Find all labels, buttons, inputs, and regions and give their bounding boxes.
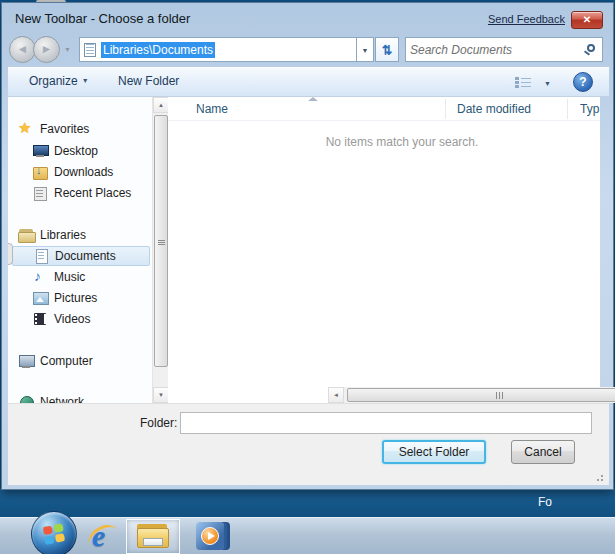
column-header-type[interactable]: Typ (580, 102, 599, 116)
sidebar-item-pictures[interactable]: Pictures (12, 288, 150, 308)
cancel-button[interactable]: Cancel (511, 440, 575, 464)
folder-name-input[interactable] (180, 412, 592, 434)
desktop: { "window": { "title": "New Toolbar - Ch… (0, 0, 615, 554)
folder-field-label: Folder: (140, 416, 177, 430)
explorer-body: Favorites Desktop Downloads Recent Place… (8, 97, 600, 403)
start-button[interactable] (31, 511, 77, 554)
scrollbar-grip (158, 240, 165, 241)
pictures-icon (32, 290, 49, 306)
view-dropdown-icon[interactable]: ▼ (544, 80, 551, 87)
sidebar-item-downloads[interactable]: Downloads (12, 162, 150, 182)
address-dropdown-button[interactable]: ▼ (357, 37, 374, 62)
column-header-date-modified[interactable]: Date modified (457, 102, 531, 116)
recent-pages-chevron-icon[interactable]: ▼ (64, 46, 71, 53)
list-horizontal-scrollbar[interactable]: ◄ ► (328, 387, 615, 403)
search-input[interactable] (410, 39, 578, 60)
title-bar[interactable]: New Toolbar - Choose a folder Send Feedb… (2, 3, 613, 33)
dialog-footer: Folder: Select Folder Cancel (8, 403, 609, 485)
documents-icon (33, 248, 50, 264)
help-button[interactable]: ? (573, 72, 593, 92)
search-box (405, 37, 603, 62)
close-button[interactable]: ✕ (571, 11, 603, 29)
music-note-icon (32, 269, 49, 285)
send-feedback-link[interactable]: Send Feedback (488, 13, 565, 25)
play-icon (208, 532, 215, 540)
refresh-icon: ⇄ (375, 45, 399, 56)
sidebar-item-recent-places[interactable]: Recent Places (12, 183, 150, 203)
horizontal-scrollbar-thumb[interactable] (347, 388, 615, 402)
sidebar-item-videos[interactable]: Videos (12, 309, 150, 329)
internet-explorer-taskbar-icon[interactable]: e (88, 521, 122, 553)
scroll-left-button[interactable]: ◄ (328, 387, 344, 403)
scrollbar-grip (496, 392, 497, 399)
window-title: New Toolbar - Choose a folder (15, 11, 190, 26)
select-folder-button[interactable]: Select Folder (382, 440, 486, 464)
navigation-pane: Favorites Desktop Downloads Recent Place… (8, 97, 152, 403)
forward-button[interactable]: ► (33, 36, 60, 63)
scroll-down-button[interactable]: ▼ (153, 387, 169, 403)
resize-grip[interactable] (593, 471, 603, 481)
choose-folder-dialog: New Toolbar - Choose a folder Send Feedb… (1, 2, 614, 490)
favorites-star-icon (18, 121, 35, 137)
windows-flag-icon (43, 523, 66, 546)
address-bar[interactable]: Libraries\Documents (79, 37, 357, 62)
downloads-icon (32, 164, 49, 180)
sidebar-item-favorites[interactable]: Favorites (12, 119, 150, 139)
taskbar: e (0, 517, 615, 554)
new-folder-button[interactable]: New Folder (118, 74, 179, 88)
details-view-icon (515, 77, 519, 80)
back-arrow-icon: ◄ (10, 42, 35, 56)
navigation-bar: ◄ ► ▼ Libraries\Documents ▼ ⇄ (2, 33, 613, 67)
command-toolbar: Organize▼ New Folder ▼ ? (8, 67, 609, 97)
sidebar-item-documents[interactable]: Documents (12, 246, 150, 266)
sidebar-item-libraries[interactable]: Libraries (12, 225, 150, 245)
sidebar-item-desktop[interactable]: Desktop (12, 141, 150, 161)
sidebar-vertical-scrollbar[interactable]: ▲ ▼ (152, 97, 168, 403)
column-divider[interactable] (445, 99, 446, 119)
windows-explorer-taskbar-icon[interactable] (137, 524, 169, 549)
back-button[interactable]: ◄ (9, 36, 36, 63)
ie-e-icon: e (92, 519, 105, 553)
organize-menu-button[interactable]: Organize▼ (29, 74, 89, 88)
media-player-taskbar-icon[interactable] (196, 522, 224, 550)
desktop-background: Fo (0, 488, 615, 517)
pane-splitter-handle[interactable] (8, 243, 13, 265)
sort-ascending-icon (308, 97, 318, 101)
videos-icon (32, 311, 49, 327)
desktop-icon (32, 143, 49, 159)
vertical-scrollbar-thumb[interactable] (154, 115, 168, 367)
libraries-icon (18, 227, 35, 243)
change-view-button[interactable] (515, 76, 531, 89)
recent-places-icon (32, 185, 49, 201)
empty-results-message: No items match your search. (168, 135, 600, 149)
scroll-up-button[interactable]: ▲ (153, 97, 169, 113)
network-icon (18, 394, 35, 403)
computer-icon (18, 353, 35, 369)
sidebar-item-computer[interactable]: Computer (12, 351, 150, 371)
forward-arrow-icon: ► (34, 42, 59, 56)
chevron-down-icon: ▼ (82, 77, 89, 84)
column-divider[interactable] (567, 99, 568, 119)
address-location-icon (84, 43, 96, 57)
refresh-button[interactable]: ⇄ (375, 37, 399, 62)
folder-paper-icon (143, 538, 163, 546)
address-text-selected[interactable]: Libraries\Documents (101, 42, 215, 58)
sidebar-item-network[interactable]: Network (12, 392, 150, 403)
column-header-name[interactable]: Name (196, 102, 228, 116)
search-icon (587, 44, 595, 52)
column-header-row: Name Date modified Typ (168, 97, 600, 121)
file-list: Name Date modified Typ No items match yo… (168, 97, 600, 403)
desktop-icon-label: Fo (538, 495, 552, 509)
sidebar-item-music[interactable]: Music (12, 267, 150, 287)
